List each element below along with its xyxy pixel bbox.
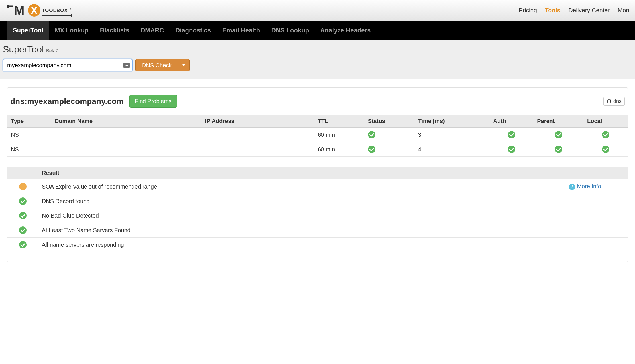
th-auth: Auth (490, 115, 534, 128)
svg-rect-9 (71, 14, 72, 17)
results-card: dns:myexamplecompany.com Find Problems d… (7, 87, 628, 262)
refresh-dns-button[interactable]: dns (603, 97, 625, 106)
check-icon (602, 146, 609, 153)
cell-local (584, 142, 628, 157)
table-row: DNS Record found (7, 194, 628, 208)
cell-status (7, 179, 38, 194)
action-button-group: DNS Check (135, 59, 190, 71)
cell-result-text: SOA Expire Value out of recommended rang… (38, 179, 566, 194)
input-options-icon[interactable]: ••• (123, 63, 130, 68)
svg-text:M: M (14, 3, 25, 17)
cell-auth (490, 142, 534, 157)
table-row: SOA Expire Value out of recommended rang… (7, 179, 628, 194)
th-time: Time (ms) (415, 115, 490, 128)
tab-email-health[interactable]: Email Health (217, 21, 266, 40)
result-header: dns:myexamplecompany.com Find Problems d… (7, 95, 628, 115)
warning-icon (19, 183, 27, 190)
cell-domain (51, 142, 202, 157)
records-table: Type Domain Name IP Address TTL Status T… (7, 115, 628, 157)
nav-pricing[interactable]: Pricing (519, 7, 537, 14)
cell-more (565, 208, 628, 223)
cell-result-text: At Least Two Name Servers Found (38, 223, 566, 238)
check-icon (19, 241, 27, 248)
check-icon (508, 146, 515, 153)
cell-domain (51, 128, 202, 142)
cell-local (584, 128, 628, 142)
nav-delivery-center[interactable]: Delivery Center (568, 7, 610, 14)
check-icon (19, 226, 27, 234)
th-type: Type (7, 115, 51, 128)
th-blank (7, 167, 38, 179)
nav-tools[interactable]: Tools (545, 7, 560, 14)
domain-input[interactable] (3, 59, 133, 71)
th-ttl: TTL (314, 115, 365, 128)
table-row: No Bad Glue Detected (7, 208, 628, 223)
tab-supertool[interactable]: SuperTool (7, 21, 49, 40)
check-icon (19, 197, 27, 205)
input-row: ••• DNS Check (3, 59, 632, 71)
cell-ip (202, 142, 314, 157)
svg-text:TOOLBOX: TOOLBOX (42, 8, 68, 13)
find-problems-button[interactable]: Find Problems (129, 95, 177, 108)
cell-more (565, 238, 628, 252)
th-local: Local (584, 115, 628, 128)
check-icon (368, 146, 375, 153)
refresh-icon (606, 99, 612, 104)
tool-area: SuperTool Beta7 ••• DNS Check (0, 40, 635, 79)
tool-tabs: SuperTool MX Lookup Blacklists DMARC Dia… (0, 21, 635, 40)
tool-title: SuperTool (3, 44, 44, 55)
cell-type: NS (7, 128, 51, 142)
cell-result-text: DNS Record found (38, 194, 566, 208)
cell-type: NS (7, 142, 51, 157)
dns-check-button[interactable]: DNS Check (135, 59, 178, 71)
cell-parent (534, 128, 584, 142)
table-row: All name servers are responding (7, 238, 628, 252)
action-dropdown-button[interactable] (178, 59, 190, 71)
tab-analyze-headers[interactable]: Analyze Headers (315, 21, 376, 40)
svg-text:R: R (70, 9, 71, 10)
cell-status (365, 128, 415, 142)
tool-title-row: SuperTool Beta7 (3, 44, 632, 55)
top-header: M X TOOLBOX R Pricing Tools Delivery Cen… (0, 0, 635, 21)
th-status: Status (365, 115, 415, 128)
th-ip: IP Address (202, 115, 314, 128)
check-icon (368, 131, 375, 138)
tab-blacklists[interactable]: Blacklists (94, 21, 135, 40)
table-row: NS60 min3 (7, 128, 628, 142)
cell-status (7, 238, 38, 252)
cell-auth (490, 128, 534, 142)
cell-more (565, 223, 628, 238)
mxtoolbox-logo-icon: M X TOOLBOX R (7, 3, 73, 18)
cell-more (565, 194, 628, 208)
info-icon (569, 184, 575, 190)
svg-rect-1 (7, 5, 9, 8)
cell-parent (534, 142, 584, 157)
domain-input-wrap: ••• (3, 59, 133, 71)
tab-dmarc[interactable]: DMARC (135, 21, 170, 40)
tab-mx-lookup[interactable]: MX Lookup (49, 21, 94, 40)
th-result: Result (38, 167, 566, 179)
logo[interactable]: M X TOOLBOX R (7, 3, 73, 18)
check-icon (555, 131, 562, 138)
result-title: dns:myexamplecompany.com (10, 97, 124, 106)
svg-text:X: X (30, 5, 38, 17)
table-row: NS60 min4 (7, 142, 628, 157)
nav-more[interactable]: Mon (618, 7, 629, 14)
cell-status (7, 223, 38, 238)
check-icon (602, 131, 609, 138)
cell-time: 4 (415, 142, 490, 157)
beta-label: Beta7 (46, 48, 58, 54)
cell-result-text: No Bad Glue Detected (38, 208, 566, 223)
cell-more: More Info (565, 179, 628, 194)
cell-ip (202, 128, 314, 142)
top-nav: Pricing Tools Delivery Center Mon (519, 7, 629, 14)
tab-dns-lookup[interactable]: DNS Lookup (266, 21, 315, 40)
tab-diagnostics[interactable]: Diagnostics (170, 21, 217, 40)
results-wrap: dns:myexamplecompany.com Find Problems d… (0, 79, 635, 271)
cell-status (7, 208, 38, 223)
th-action (565, 167, 628, 179)
more-info-link[interactable]: More Info (577, 183, 601, 189)
cell-ttl: 60 min (314, 128, 365, 142)
cell-status (365, 142, 415, 157)
th-domain: Domain Name (51, 115, 202, 128)
